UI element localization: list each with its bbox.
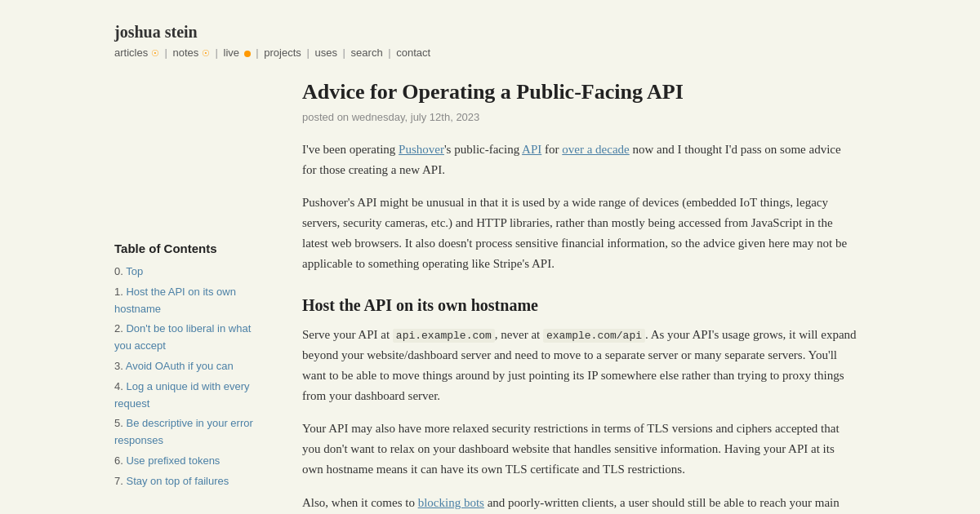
intro1-before: I've been operating xyxy=(302,143,399,156)
section1-paragraph-3: Also, when it comes to blocking bots and… xyxy=(302,493,858,514)
toc-item-3: 3. Avoid OAuth if you can xyxy=(114,358,270,375)
api-example-code: api.example.com xyxy=(393,329,495,343)
content-layout: Table of Contents 0. Top 1. Host the API… xyxy=(114,78,866,514)
toc-item-2: 2. Don't be too liberal in what you acce… xyxy=(114,321,270,355)
toc-link-tokens[interactable]: Use prefixed tokens xyxy=(126,454,220,467)
site-header: joshua stein articles ☉ | notes ☉ | live… xyxy=(114,23,866,59)
toc-title: Table of Contents xyxy=(114,241,270,255)
nav-uses[interactable]: uses xyxy=(314,47,336,59)
article-date: posted on wednesday, july 12th, 2023 xyxy=(302,111,858,123)
site-title: joshua stein xyxy=(114,23,866,42)
nav-articles[interactable]: articles xyxy=(114,47,148,59)
page-wrapper: joshua stein articles ☉ | notes ☉ | live… xyxy=(98,0,882,514)
decade-link[interactable]: over a decade xyxy=(562,143,629,156)
pushover-link[interactable]: Pushover xyxy=(399,143,444,156)
nav-search[interactable]: search xyxy=(351,47,383,59)
toc-item-5: 5. Be descriptive in your error response… xyxy=(114,415,270,450)
toc-link-host[interactable]: Host the API on its own hostname xyxy=(114,286,236,315)
s1p1-before: Serve your API at xyxy=(302,328,393,341)
toc-link-liberal[interactable]: Don't be too liberal in what you accept xyxy=(114,322,251,352)
intro1-mid: 's public-facing xyxy=(444,143,522,156)
blocking-bots-link[interactable]: blocking bots xyxy=(418,496,484,509)
toc-link-log[interactable]: Log a unique id with every request xyxy=(114,380,250,410)
toc-item-6: 6. Use prefixed tokens xyxy=(114,453,270,470)
nav-contact[interactable]: contact xyxy=(396,47,430,59)
section1-title: Host the API on its own hostname xyxy=(302,296,858,315)
api-link[interactable]: API xyxy=(522,143,541,156)
nav-projects[interactable]: projects xyxy=(264,47,301,59)
toc-link-failures[interactable]: Stay on top of failures xyxy=(126,475,229,487)
toc-item-0: 0. Top xyxy=(114,264,270,281)
nav-notes[interactable]: notes xyxy=(172,47,198,59)
toc-item-1: 1. Host the API on its own hostname xyxy=(114,284,270,318)
nav-live[interactable]: live xyxy=(224,47,240,59)
live-dot-icon xyxy=(244,51,251,57)
toc-item-7: 7. Stay on top of failures xyxy=(114,473,270,490)
toc-link-errors[interactable]: Be descriptive in your error responses xyxy=(114,417,253,446)
toc-link-top[interactable]: Top xyxy=(126,265,143,277)
sidebar: Table of Contents 0. Top 1. Host the API… xyxy=(114,241,270,494)
main-content: Advice for Operating a Public-Facing API… xyxy=(302,78,858,514)
article-body: I've been operating Pushover's public-fa… xyxy=(302,140,858,514)
s1p3-before: Also, when it comes to xyxy=(302,496,418,509)
toc-list: 0. Top 1. Host the API on its own hostna… xyxy=(114,264,270,490)
article-title: Advice for Operating a Public-Facing API xyxy=(302,78,858,106)
section1-paragraph-1: Serve your API at api.example.com, never… xyxy=(302,325,858,405)
intro1-mid2: for xyxy=(541,143,562,156)
intro-paragraph-1: I've been operating Pushover's public-fa… xyxy=(302,140,858,180)
articles-rss-icon: ☉ xyxy=(151,48,159,58)
toc-item-4: 4. Log a unique id with every request xyxy=(114,379,270,413)
intro-paragraph-2: Pushover's API might be unusual in that … xyxy=(302,193,858,273)
toc-link-oauth[interactable]: Avoid OAuth if you can xyxy=(126,360,234,372)
notes-rss-icon: ☉ xyxy=(202,48,210,58)
section1-paragraph-2: Your API may also have more relaxed secu… xyxy=(302,419,858,479)
s1p1-mid: , never at xyxy=(495,328,543,341)
example-api-code: example.com/api xyxy=(543,329,645,343)
site-nav: articles ☉ | notes ☉ | live | projects |… xyxy=(114,47,866,59)
